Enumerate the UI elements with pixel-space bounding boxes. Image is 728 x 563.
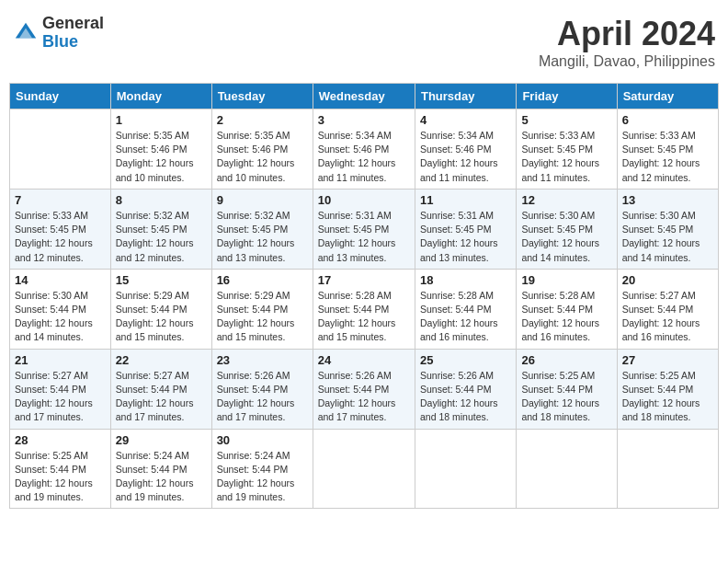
day-number: 15	[116, 273, 207, 287]
day-cell: 29Sunrise: 5:24 AM Sunset: 5:44 PM Dayli…	[110, 429, 211, 509]
day-number: 4	[420, 113, 511, 127]
day-info: Sunrise: 5:34 AM Sunset: 5:46 PM Dayligh…	[420, 129, 511, 185]
day-cell: 26Sunrise: 5:25 AM Sunset: 5:44 PM Dayli…	[517, 349, 617, 429]
logo-general: General	[42, 15, 104, 33]
day-info: Sunrise: 5:26 AM Sunset: 5:44 PM Dayligh…	[420, 369, 511, 425]
day-info: Sunrise: 5:25 AM Sunset: 5:44 PM Dayligh…	[15, 449, 106, 505]
header-day-friday: Friday	[517, 84, 617, 109]
logo-blue: Blue	[42, 33, 104, 52]
day-info: Sunrise: 5:24 AM Sunset: 5:44 PM Dayligh…	[116, 449, 207, 505]
title-block: April 2024 Mangili, Davao, Philippines	[539, 15, 715, 70]
day-cell	[313, 429, 415, 509]
day-number: 24	[318, 353, 410, 367]
day-info: Sunrise: 5:27 AM Sunset: 5:44 PM Dayligh…	[622, 289, 713, 345]
day-info: Sunrise: 5:30 AM Sunset: 5:45 PM Dayligh…	[521, 209, 611, 265]
day-info: Sunrise: 5:29 AM Sunset: 5:44 PM Dayligh…	[116, 289, 207, 345]
day-number: 19	[521, 273, 611, 287]
day-cell: 19Sunrise: 5:28 AM Sunset: 5:44 PM Dayli…	[517, 269, 617, 349]
day-number: 10	[318, 193, 410, 207]
day-cell: 3Sunrise: 5:34 AM Sunset: 5:46 PM Daylig…	[313, 109, 415, 190]
week-row-3: 14Sunrise: 5:30 AM Sunset: 5:44 PM Dayli…	[10, 269, 719, 349]
day-cell: 8Sunrise: 5:32 AM Sunset: 5:45 PM Daylig…	[110, 189, 211, 269]
day-cell: 18Sunrise: 5:28 AM Sunset: 5:44 PM Dayli…	[415, 269, 516, 349]
day-info: Sunrise: 5:27 AM Sunset: 5:44 PM Dayligh…	[116, 369, 207, 425]
day-cell: 30Sunrise: 5:24 AM Sunset: 5:44 PM Dayli…	[211, 429, 313, 509]
day-number: 18	[420, 273, 511, 287]
day-cell: 16Sunrise: 5:29 AM Sunset: 5:44 PM Dayli…	[211, 269, 313, 349]
day-cell: 15Sunrise: 5:29 AM Sunset: 5:44 PM Dayli…	[110, 269, 211, 349]
day-cell: 20Sunrise: 5:27 AM Sunset: 5:44 PM Dayli…	[617, 269, 718, 349]
day-number: 23	[217, 353, 308, 367]
day-cell: 1Sunrise: 5:35 AM Sunset: 5:46 PM Daylig…	[110, 109, 211, 190]
day-number: 13	[622, 193, 713, 207]
day-info: Sunrise: 5:33 AM Sunset: 5:45 PM Dayligh…	[15, 209, 106, 265]
header-day-sunday: Sunday	[10, 84, 111, 109]
day-number: 16	[217, 273, 308, 287]
day-cell: 24Sunrise: 5:26 AM Sunset: 5:44 PM Dayli…	[313, 349, 415, 429]
header-day-monday: Monday	[110, 84, 211, 109]
calendar-title: April 2024	[539, 15, 715, 53]
day-cell: 7Sunrise: 5:33 AM Sunset: 5:45 PM Daylig…	[10, 189, 111, 269]
header-day-tuesday: Tuesday	[211, 84, 313, 109]
day-cell: 5Sunrise: 5:33 AM Sunset: 5:45 PM Daylig…	[517, 109, 617, 190]
day-info: Sunrise: 5:33 AM Sunset: 5:45 PM Dayligh…	[622, 129, 713, 185]
day-number: 17	[318, 273, 410, 287]
day-number: 3	[318, 113, 410, 127]
calendar-table: SundayMondayTuesdayWednesdayThursdayFrid…	[9, 83, 719, 509]
logo-icon	[13, 20, 39, 46]
day-info: Sunrise: 5:24 AM Sunset: 5:44 PM Dayligh…	[217, 449, 308, 505]
week-row-1: 1Sunrise: 5:35 AM Sunset: 5:46 PM Daylig…	[10, 109, 719, 190]
day-info: Sunrise: 5:30 AM Sunset: 5:45 PM Dayligh…	[622, 209, 713, 265]
day-info: Sunrise: 5:35 AM Sunset: 5:46 PM Dayligh…	[116, 129, 207, 185]
header-row: SundayMondayTuesdayWednesdayThursdayFrid…	[10, 84, 719, 109]
day-number: 8	[116, 193, 207, 207]
day-info: Sunrise: 5:27 AM Sunset: 5:44 PM Dayligh…	[15, 369, 106, 425]
day-number: 28	[15, 433, 106, 447]
day-cell: 10Sunrise: 5:31 AM Sunset: 5:45 PM Dayli…	[313, 189, 415, 269]
day-cell: 23Sunrise: 5:26 AM Sunset: 5:44 PM Dayli…	[211, 349, 313, 429]
day-cell: 21Sunrise: 5:27 AM Sunset: 5:44 PM Dayli…	[10, 349, 111, 429]
day-info: Sunrise: 5:33 AM Sunset: 5:45 PM Dayligh…	[521, 129, 611, 185]
logo-text: General Blue	[42, 15, 104, 52]
day-number: 26	[521, 353, 611, 367]
day-cell: 22Sunrise: 5:27 AM Sunset: 5:44 PM Dayli…	[110, 349, 211, 429]
day-cell: 17Sunrise: 5:28 AM Sunset: 5:44 PM Dayli…	[313, 269, 415, 349]
day-number: 25	[420, 353, 511, 367]
calendar-subtitle: Mangili, Davao, Philippines	[539, 53, 715, 70]
day-cell: 6Sunrise: 5:33 AM Sunset: 5:45 PM Daylig…	[617, 109, 718, 190]
day-info: Sunrise: 5:28 AM Sunset: 5:44 PM Dayligh…	[318, 289, 410, 345]
day-info: Sunrise: 5:30 AM Sunset: 5:44 PM Dayligh…	[15, 289, 106, 345]
day-number: 30	[217, 433, 308, 447]
day-info: Sunrise: 5:26 AM Sunset: 5:44 PM Dayligh…	[318, 369, 410, 425]
day-number: 1	[116, 113, 207, 127]
day-number: 21	[15, 353, 106, 367]
header-day-saturday: Saturday	[617, 84, 718, 109]
day-number: 14	[15, 273, 106, 287]
week-row-5: 28Sunrise: 5:25 AM Sunset: 5:44 PM Dayli…	[10, 429, 719, 509]
day-number: 20	[622, 273, 713, 287]
day-cell: 27Sunrise: 5:25 AM Sunset: 5:44 PM Dayli…	[617, 349, 718, 429]
day-number: 22	[116, 353, 207, 367]
day-cell	[415, 429, 516, 509]
day-info: Sunrise: 5:34 AM Sunset: 5:46 PM Dayligh…	[318, 129, 410, 185]
day-info: Sunrise: 5:35 AM Sunset: 5:46 PM Dayligh…	[217, 129, 308, 185]
day-info: Sunrise: 5:32 AM Sunset: 5:45 PM Dayligh…	[217, 209, 308, 265]
day-cell: 9Sunrise: 5:32 AM Sunset: 5:45 PM Daylig…	[211, 189, 313, 269]
day-cell: 11Sunrise: 5:31 AM Sunset: 5:45 PM Dayli…	[415, 189, 516, 269]
day-number: 5	[521, 113, 611, 127]
day-number: 6	[622, 113, 713, 127]
week-row-4: 21Sunrise: 5:27 AM Sunset: 5:44 PM Dayli…	[10, 349, 719, 429]
day-number: 11	[420, 193, 511, 207]
day-info: Sunrise: 5:32 AM Sunset: 5:45 PM Dayligh…	[116, 209, 207, 265]
header: General Blue April 2024 Mangili, Davao, …	[9, 9, 719, 75]
day-cell: 14Sunrise: 5:30 AM Sunset: 5:44 PM Dayli…	[10, 269, 111, 349]
day-number: 29	[116, 433, 207, 447]
day-info: Sunrise: 5:29 AM Sunset: 5:44 PM Dayligh…	[217, 289, 308, 345]
day-info: Sunrise: 5:28 AM Sunset: 5:44 PM Dayligh…	[521, 289, 611, 345]
logo: General Blue	[13, 15, 104, 52]
day-cell: 12Sunrise: 5:30 AM Sunset: 5:45 PM Dayli…	[517, 189, 617, 269]
day-number: 7	[15, 193, 106, 207]
day-cell: 2Sunrise: 5:35 AM Sunset: 5:46 PM Daylig…	[211, 109, 313, 190]
day-cell	[10, 109, 111, 190]
day-cell: 13Sunrise: 5:30 AM Sunset: 5:45 PM Dayli…	[617, 189, 718, 269]
